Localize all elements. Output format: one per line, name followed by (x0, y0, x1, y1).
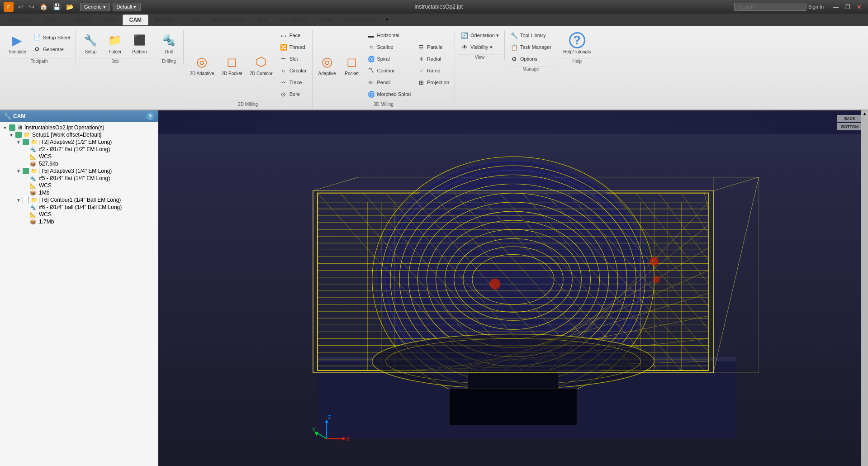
thread-button[interactable]: 🔀Thread (277, 42, 309, 52)
projection-label: Projection (427, 80, 449, 85)
tool-library-button[interactable]: 🔧Tool Library (508, 30, 554, 41)
tree-t2-size[interactable]: 📦 527.6kb (2, 160, 156, 167)
tab-tools[interactable]: Tools (97, 15, 123, 25)
sign-in-button[interactable]: Sign In (806, 3, 825, 10)
radial-button[interactable]: ✳Radial (414, 53, 452, 64)
tab-cam[interactable]: CAM (123, 14, 148, 25)
tab-environments[interactable]: Environments (205, 15, 251, 25)
tree-setup1[interactable]: ▼ 📁 Setup1 [Work offset=Default] (2, 131, 156, 138)
task-manager-button[interactable]: 📋Task Manager (508, 42, 554, 52)
drill-label: Drill (165, 49, 173, 54)
setup-button[interactable]: 🔧 Setup (79, 30, 102, 57)
pattern-button[interactable]: ⬛ Pattern (128, 30, 151, 57)
simulate-button[interactable]: ▶ Simulate (5, 30, 29, 57)
setup-sheet-button[interactable]: 📄Setup Sheet (30, 32, 73, 43)
viewport-scrollbar[interactable]: ▲ ▼ (861, 110, 868, 466)
tree-t2-tool[interactable]: 🔩 #2 - Ø1/2" flat (1/2" EM Long) (2, 146, 156, 153)
face-button[interactable]: ▭Face (277, 30, 309, 41)
tree-t2-label: [T2] Adaptive2 (1/2" EM Long) (39, 139, 112, 145)
close-button[interactable]: ✕ (854, 3, 864, 11)
tab-overflow[interactable]: ▾ (386, 17, 389, 23)
tree-t6[interactable]: ▼ 📁 [T6] Contour1 (1/4" Ball EM Long) (2, 196, 156, 204)
contour-3d-button[interactable]: 〽Contour (365, 65, 414, 76)
tab-bim[interactable]: BIM (251, 15, 273, 25)
tree-t2[interactable]: ▼ 📁 [T2] Adaptive2 (1/2" EM Long) (2, 138, 156, 146)
scroll-up-button[interactable]: ▲ (862, 110, 868, 117)
view-col: 🔄Orientation ▾ 👁Visibility ▾ (458, 30, 502, 52)
parallel-button[interactable]: ☰Parallel (414, 42, 452, 52)
tree-t6-checkbox[interactable] (23, 197, 29, 203)
adaptive-3d-button[interactable]: ◎ Adaptive (315, 52, 339, 78)
tree-t5-tool[interactable]: 🔩 #5 - Ø1/4" flat (1/4" EM Long) (2, 175, 156, 182)
dropdown-default[interactable]: Default ▾ (113, 3, 141, 11)
search-input[interactable] (734, 3, 806, 11)
maximize-button[interactable]: ❐ (842, 3, 853, 11)
tree-t2-wcs-icon: 📐 (30, 154, 36, 160)
nav-cube-back[interactable]: BACK (837, 115, 863, 122)
tree-t6-size[interactable]: 📦 1.7Mb (2, 218, 156, 225)
tree-t5-icon: 📁 (31, 168, 38, 174)
folder-button[interactable]: 📁 Folder (103, 30, 127, 57)
tree-t6-tool[interactable]: 🔩 #6 - Ø1/4" ball (1/4" Ball EM Long) (2, 204, 156, 211)
projection-button[interactable]: ⊞Projection (414, 77, 452, 88)
home-button[interactable]: 🏠 (38, 2, 49, 11)
tree-t2-wcs[interactable]: 📐 WCS (2, 153, 156, 160)
tab-manage[interactable]: Manage (148, 15, 180, 25)
generate-button[interactable]: ⚙Generate (30, 44, 73, 55)
bore-button[interactable]: ⊙Bore (277, 89, 309, 100)
trace-button[interactable]: 〰Trace (277, 77, 309, 88)
trace-label: Trace (289, 80, 302, 85)
tab-vault[interactable]: Vault (313, 15, 338, 25)
circular-button[interactable]: ○Circular (277, 65, 309, 76)
pocket-3d-button[interactable]: ◻ Pocket (340, 52, 364, 78)
tab-3d-model[interactable]: 3D Model (2, 15, 38, 25)
tree-t2-checkbox[interactable] (23, 139, 29, 145)
2d-pocket-button[interactable]: ◻ 2D Pocket (218, 52, 245, 78)
tree-setup1-checkbox[interactable] (15, 132, 22, 138)
tab-inspect[interactable]: Inspect (67, 15, 97, 25)
nav-cube[interactable]: BACK BOTTOM (836, 115, 863, 151)
3d-viewport[interactable]: X Y Z BACK BOTTOM ▲ ▼ (158, 110, 868, 466)
panel-help-icon[interactable]: ? (146, 112, 154, 120)
spiral-button[interactable]: 🌀Spiral (365, 53, 414, 64)
tree-t6-wcs[interactable]: 📐 WCS (2, 211, 156, 218)
tab-autodesk-360[interactable]: Autodesk 360 (338, 15, 384, 25)
tree-root[interactable]: ▼ 🖥 InstructablesOp2.ipt Operation(s) (2, 124, 156, 131)
minimize-button[interactable]: — (830, 3, 841, 11)
morphed-spiral-button[interactable]: 🌀Morphed Spiral (365, 89, 414, 100)
slot-button[interactable]: ═Slot (277, 53, 309, 64)
undo-button[interactable]: ↩ (16, 2, 25, 11)
pencil-button[interactable]: ✏Pencil (365, 77, 414, 88)
tree-t5-checkbox[interactable] (23, 168, 29, 174)
drill-button[interactable]: 🔩 Drill (157, 30, 180, 57)
options-button[interactable]: ⚙Options (508, 53, 554, 64)
tab-bar: 3D Model Sketch Inspect Tools CAM Manage… (0, 14, 868, 26)
thread-label: Thread (289, 44, 305, 50)
nav-cube-bottom[interactable]: BOTTOM (837, 123, 863, 130)
dropdown-generic[interactable]: Generic ▾ (80, 3, 110, 11)
svg-point-76 (489, 279, 500, 290)
2d-contour-button[interactable]: ⬡ 2D Contour (247, 52, 276, 78)
tree-t5-size[interactable]: 📦 1Mb (2, 189, 156, 196)
tree-t5-wcs[interactable]: 📐 WCS (2, 182, 156, 189)
tree-t5[interactable]: ▼ 📁 [T5] Adaptive3 (1/4" EM Long) (2, 167, 156, 175)
redo-button[interactable]: ↪ (27, 2, 36, 11)
viewport[interactable]: X Y Z BACK BOTTOM ▲ ▼ (158, 110, 868, 466)
tree-t6-tool-label: #6 - Ø1/4" ball (1/4" Ball EM Long) (39, 204, 122, 210)
ramp-button[interactable]: ⟋Ramp (414, 65, 452, 76)
tab-get-started[interactable]: Get Started (273, 15, 313, 25)
help-tutorials-button[interactable]: ? Help/Tutorials (560, 30, 594, 57)
manage-items: 🔧Tool Library 📋Task Manager ⚙Options (508, 30, 554, 64)
horizontal-button[interactable]: ▬Horizontal (365, 30, 414, 41)
visibility-button[interactable]: 👁Visibility ▾ (458, 42, 502, 52)
orientation-button[interactable]: 🔄Orientation ▾ (458, 30, 502, 41)
scallop-button[interactable]: ≈Scallop (365, 42, 414, 52)
tab-view[interactable]: View (180, 15, 205, 25)
2d-adaptive-button[interactable]: ◎ 2D Adaptive (186, 52, 217, 78)
save-button[interactable]: 💾 (51, 2, 62, 11)
tree-root-checkbox[interactable] (9, 124, 15, 131)
open-button[interactable]: 📂 (64, 2, 76, 11)
tab-sketch[interactable]: Sketch (38, 15, 67, 25)
ribbon-group-job: 🔧 Setup 📁 Folder ⬛ Pattern Job (76, 30, 154, 65)
tree-root-icon: 🖥 (17, 124, 23, 131)
